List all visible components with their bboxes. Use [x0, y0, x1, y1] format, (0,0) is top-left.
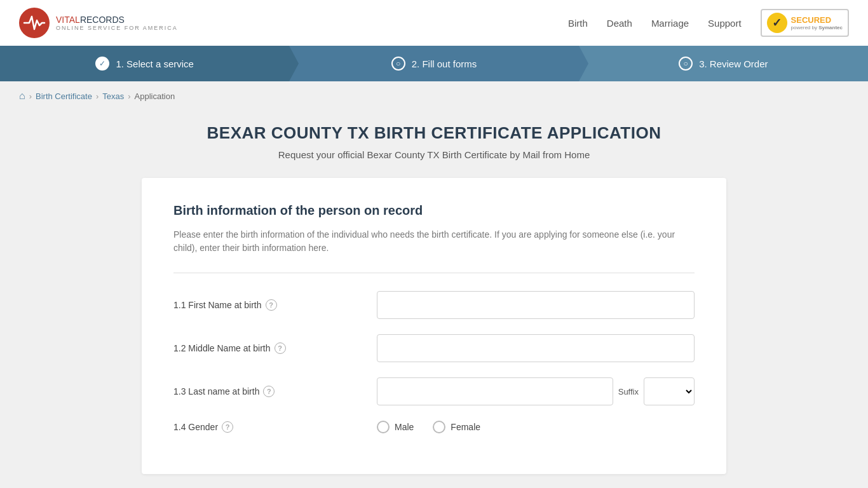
progress-step-2[interactable]: ○ 2. Fill out forms: [289, 46, 578, 81]
form-row-1-4: 1.4 Gender ? Male Female: [173, 421, 695, 433]
main-content: BEXAR COUNTY TX BIRTH CERTIFICATE APPLIC…: [0, 111, 868, 488]
step-3-label: 3. Review Order: [699, 58, 768, 69]
help-icon-1-3[interactable]: ?: [263, 386, 275, 397]
breadcrumb-texas[interactable]: Texas: [102, 92, 124, 101]
form-row-1-3: 1.3 Last name at birth ? Suffix Jr. Sr. …: [173, 377, 695, 405]
logo-area: VITALRECORDS ONLINE SERVICE FOR AMERICA: [19, 8, 178, 38]
form-row-1-2: 1.2 Middle Name at birth ?: [173, 334, 695, 362]
input-area-1-2: [377, 334, 695, 362]
nav-support[interactable]: Support: [708, 18, 742, 29]
help-icon-1-1[interactable]: ?: [266, 299, 277, 311]
norton-badge: ✓ SECURED powered by Symantec: [761, 9, 849, 37]
gender-options: Male Female: [377, 421, 695, 433]
last-name-row: Suffix Jr. Sr. II III IV: [377, 377, 695, 405]
progress-step-1[interactable]: ✓ 1. Select a service: [0, 46, 289, 81]
gender-female-option[interactable]: Female: [433, 421, 480, 433]
logo-title: VITALRECORDS: [56, 15, 178, 25]
norton-check-icon: ✓: [767, 13, 787, 33]
nav: Birth Death Marriage Support ✓ SECURED p…: [568, 9, 849, 37]
field-1-1-label: 1.1 First Name at birth: [173, 300, 262, 310]
page-subtitle: Request your official Bexar County TX Bi…: [19, 149, 849, 160]
input-area-1-3: Suffix Jr. Sr. II III IV: [377, 377, 695, 405]
step-1-circle: ✓: [95, 57, 109, 71]
last-name-input[interactable]: [377, 377, 613, 405]
logo-icon: [19, 8, 50, 38]
progress-bar: ✓ 1. Select a service ○ 2. Fill out form…: [0, 46, 868, 81]
step-2-circle: ○: [391, 57, 405, 71]
breadcrumb-application: Application: [135, 92, 175, 101]
label-area-1-3: 1.3 Last name at birth ?: [173, 386, 364, 397]
progress-step-3[interactable]: ○ 3. Review Order: [579, 46, 868, 81]
breadcrumb-sep-3: ›: [128, 92, 130, 101]
logo-subtitle: ONLINE SERVICE FOR AMERICA: [56, 25, 178, 31]
form-card: Birth information of the person on recor…: [142, 178, 726, 474]
label-area-1-4: 1.4 Gender ?: [173, 421, 364, 433]
input-area-1-1: [377, 291, 695, 319]
form-section-title: Birth information of the person on recor…: [173, 203, 695, 218]
nav-death[interactable]: Death: [607, 18, 632, 29]
step-1-label: 1. Select a service: [116, 58, 194, 69]
gender-female-radio[interactable]: [433, 421, 445, 433]
gender-male-radio[interactable]: [377, 421, 390, 433]
norton-text: SECURED powered by Symantec: [791, 15, 843, 30]
gender-male-option[interactable]: Male: [377, 421, 414, 433]
field-1-2-label: 1.2 Middle Name at birth: [173, 343, 271, 353]
form-divider: [173, 273, 695, 273]
nav-marriage[interactable]: Marriage: [651, 18, 689, 29]
step-2-label: 2. Fill out forms: [412, 58, 477, 69]
input-area-1-4: Male Female: [377, 421, 695, 433]
form-section-desc: Please enter the birth information of th…: [173, 228, 695, 255]
label-area-1-1: 1.1 First Name at birth ?: [173, 299, 364, 311]
suffix-label: Suffix: [618, 387, 639, 396]
suffix-select[interactable]: Jr. Sr. II III IV: [644, 377, 695, 405]
breadcrumb: ⌂ › Birth Certificate › Texas › Applicat…: [0, 81, 868, 111]
middle-name-input[interactable]: [377, 334, 695, 362]
breadcrumb-birth-certificate[interactable]: Birth Certificate: [36, 92, 92, 101]
gender-female-label: Female: [451, 422, 480, 432]
help-icon-1-4[interactable]: ?: [222, 421, 233, 433]
header: VITALRECORDS ONLINE SERVICE FOR AMERICA …: [0, 0, 868, 46]
label-area-1-2: 1.2 Middle Name at birth ?: [173, 342, 364, 354]
field-1-4-label: 1.4 Gender: [173, 422, 218, 432]
form-row-1-1: 1.1 First Name at birth ?: [173, 291, 695, 319]
page-title: BEXAR COUNTY TX BIRTH CERTIFICATE APPLIC…: [19, 123, 849, 143]
first-name-input[interactable]: [377, 291, 695, 319]
breadcrumb-sep-1: ›: [29, 92, 32, 101]
step-3-circle: ○: [679, 57, 693, 71]
home-icon[interactable]: ⌂: [19, 90, 25, 102]
field-1-3-label: 1.3 Last name at birth: [173, 386, 259, 396]
help-icon-1-2[interactable]: ?: [275, 342, 286, 354]
breadcrumb-sep-2: ›: [96, 92, 98, 101]
gender-male-label: Male: [395, 422, 414, 432]
nav-birth[interactable]: Birth: [568, 18, 588, 29]
logo-text: VITALRECORDS ONLINE SERVICE FOR AMERICA: [56, 15, 178, 31]
